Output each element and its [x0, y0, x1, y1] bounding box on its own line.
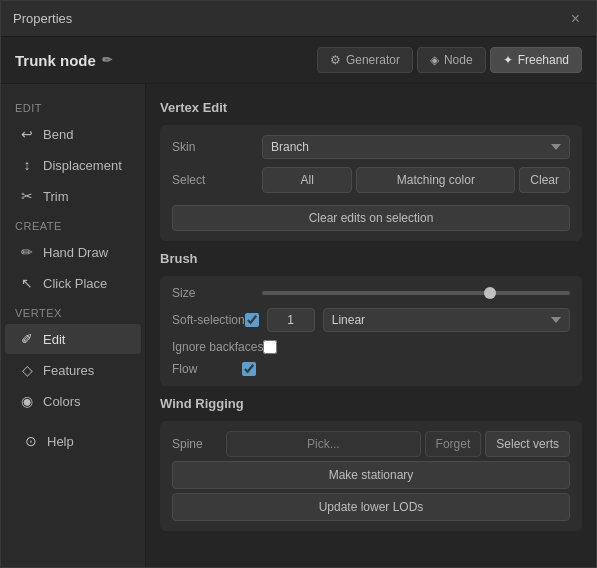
vertex-edit-icon: ✐	[19, 331, 35, 347]
sidebar-item-hand-draw-label: Hand Draw	[43, 245, 108, 260]
tab-generator[interactable]: ⚙ Generator	[317, 47, 413, 73]
sidebar-item-edit-label: Edit	[43, 332, 65, 347]
flow-label: Flow	[172, 362, 242, 376]
sidebar-item-features-label: Features	[43, 363, 94, 378]
sidebar-item-displacement-label: Displacement	[43, 158, 122, 173]
matching-color-button[interactable]: Matching color	[356, 167, 515, 193]
tab-generator-label: Generator	[346, 53, 400, 67]
select-btn-group: All Matching color Clear	[262, 167, 570, 193]
brush-section-header: Brush	[160, 251, 582, 266]
spine-label: Spine	[172, 437, 222, 451]
titlebar: Properties ×	[1, 1, 596, 37]
make-stationary-button[interactable]: Make stationary	[172, 461, 570, 489]
select-row: Select All Matching color Clear	[172, 167, 570, 193]
sidebar-item-hand-draw[interactable]: ✏ Hand Draw	[5, 237, 141, 267]
sidebar-item-trim-label: Trim	[43, 189, 69, 204]
wind-rigging-section-header: Wind Rigging	[160, 396, 582, 411]
node-title-text: Trunk node	[15, 52, 96, 69]
panel-title: Properties	[13, 11, 72, 26]
size-label: Size	[172, 286, 262, 300]
tab-node-label: Node	[444, 53, 473, 67]
sidebar-item-click-place[interactable]: ↖ Click Place	[5, 268, 141, 298]
sidebar: Edit ↩ Bend ↕ Displacement ✂ Trim Create…	[1, 84, 146, 567]
clear-button[interactable]: Clear	[519, 167, 570, 193]
node-header: Trunk node ✏ ⚙ Generator ◈ Node ✦ Freeha…	[1, 37, 596, 84]
skin-row: Skin Branch Trunk Leaf	[172, 135, 570, 159]
features-icon: ◇	[19, 362, 35, 378]
generator-icon: ⚙	[330, 53, 341, 67]
pick-button[interactable]: Pick...	[226, 431, 421, 457]
spine-row: Spine Pick... Forget Select verts	[172, 431, 570, 457]
colors-icon: ◉	[19, 393, 35, 409]
ignore-backfaces-checkbox[interactable]	[263, 340, 277, 354]
size-row: Size	[172, 286, 570, 300]
size-slider[interactable]	[262, 291, 570, 295]
edit-node-icon[interactable]: ✏	[102, 53, 112, 67]
bend-icon: ↩	[19, 126, 35, 142]
skin-select[interactable]: Branch Trunk Leaf	[262, 135, 570, 159]
brush-block: Size Soft-selection Linear Smooth Sh	[160, 276, 582, 386]
select-label: Select	[172, 173, 262, 187]
linear-select[interactable]: Linear Smooth Sharp	[323, 308, 570, 332]
edit-section-label: Edit	[1, 94, 145, 118]
sidebar-item-bend[interactable]: ↩ Bend	[5, 119, 141, 149]
sidebar-item-colors[interactable]: ◉ Colors	[5, 386, 141, 416]
node-title-container: Trunk node ✏	[15, 52, 112, 69]
tab-node[interactable]: ◈ Node	[417, 47, 486, 73]
hand-draw-icon: ✏	[19, 244, 35, 260]
displacement-icon: ↕	[19, 157, 35, 173]
soft-selection-value[interactable]	[267, 308, 315, 332]
sidebar-item-trim[interactable]: ✂ Trim	[5, 181, 141, 211]
node-icon: ◈	[430, 53, 439, 67]
update-lower-lods-button[interactable]: Update lower LODs	[172, 493, 570, 521]
wind-rigging-block: Spine Pick... Forget Select verts Make s…	[160, 421, 582, 531]
vertex-section-label: Vertex	[1, 299, 145, 323]
properties-panel: Properties × Trunk node ✏ ⚙ Generator ◈ …	[0, 0, 597, 568]
soft-selection-checkbox[interactable]	[245, 313, 259, 327]
content-area: Edit ↩ Bend ↕ Displacement ✂ Trim Create…	[1, 84, 596, 567]
ignore-backfaces-label: Ignore backfaces	[172, 340, 263, 354]
clear-edits-button[interactable]: Clear edits on selection	[172, 205, 570, 231]
help-icon: ⊙	[23, 433, 39, 449]
soft-selection-row: Soft-selection Linear Smooth Sharp	[172, 308, 570, 332]
freehand-icon: ✦	[503, 53, 513, 67]
tab-freehand-label: Freehand	[518, 53, 569, 67]
flow-row: Flow	[172, 362, 570, 376]
soft-sel-controls: Linear Smooth Sharp	[245, 308, 570, 332]
sidebar-item-help[interactable]: ⊙ Help	[9, 426, 137, 456]
flow-checkbox[interactable]	[242, 362, 256, 376]
sidebar-item-click-place-label: Click Place	[43, 276, 107, 291]
sidebar-item-displacement[interactable]: ↕ Displacement	[5, 150, 141, 180]
skin-label: Skin	[172, 140, 262, 154]
ignore-backfaces-row: Ignore backfaces	[172, 340, 570, 354]
sidebar-item-help-label: Help	[47, 434, 74, 449]
mode-tabs: ⚙ Generator ◈ Node ✦ Freehand	[317, 47, 582, 73]
sidebar-item-bend-label: Bend	[43, 127, 73, 142]
vertex-edit-block: Skin Branch Trunk Leaf Select All Matchi…	[160, 125, 582, 241]
trim-icon: ✂	[19, 188, 35, 204]
soft-selection-label: Soft-selection	[172, 313, 245, 327]
click-place-icon: ↖	[19, 275, 35, 291]
vertex-edit-section-header: Vertex Edit	[160, 100, 582, 115]
main-area: Vertex Edit Skin Branch Trunk Leaf Selec…	[146, 84, 596, 567]
all-button[interactable]: All	[262, 167, 352, 193]
close-button[interactable]: ×	[567, 9, 584, 29]
size-slider-container	[262, 291, 570, 295]
sidebar-item-edit[interactable]: ✐ Edit	[5, 324, 141, 354]
sidebar-item-colors-label: Colors	[43, 394, 81, 409]
tab-freehand[interactable]: ✦ Freehand	[490, 47, 582, 73]
select-verts-button[interactable]: Select verts	[485, 431, 570, 457]
forget-button[interactable]: Forget	[425, 431, 482, 457]
create-section-label: Create	[1, 212, 145, 236]
sidebar-item-features[interactable]: ◇ Features	[5, 355, 141, 385]
